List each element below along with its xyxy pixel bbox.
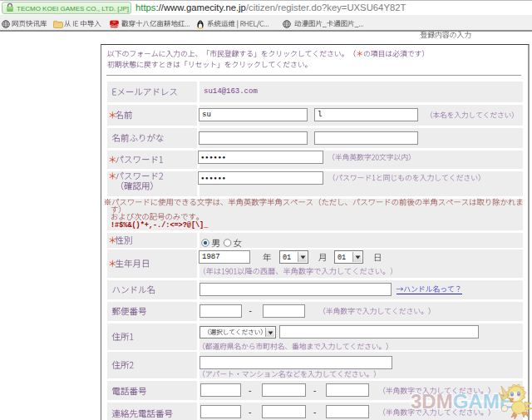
svg-text:3DMGAME: 3DMGAME: [411, 390, 513, 413]
